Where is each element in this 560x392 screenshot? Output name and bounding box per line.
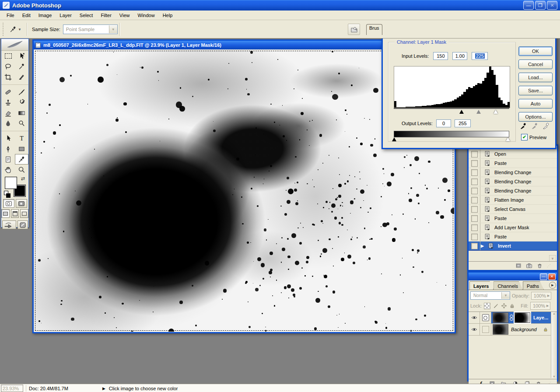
restore-button[interactable]: ❐	[535, 1, 546, 10]
input-shadow-field[interactable]: 150	[433, 52, 448, 60]
white-point-eyedropper-icon[interactable]	[542, 122, 550, 130]
palette-close-button[interactable]: ✕	[548, 273, 556, 280]
output-highlight-slider[interactable]	[506, 137, 510, 141]
cancel-button[interactable]: Cancel	[518, 60, 553, 69]
output-shadow-field[interactable]: 0	[436, 119, 451, 127]
swap-colors-icon[interactable]: ⇄	[21, 176, 25, 182]
eyedropper-tool[interactable]	[15, 154, 28, 164]
black-point-eyedropper-icon[interactable]	[519, 122, 528, 130]
rectangular-marquee-tool[interactable]	[1, 51, 15, 61]
menu-window[interactable]: Window	[134, 11, 159, 19]
standard-screen-button[interactable]	[1, 209, 10, 218]
zoom-tool[interactable]	[15, 164, 28, 175]
minimize-button[interactable]: —	[523, 1, 534, 10]
foreground-color-swatch[interactable]	[5, 177, 17, 189]
layers-scrollbar[interactable]: ▲▼	[551, 312, 557, 378]
fill-field[interactable]: 100% ▶	[530, 302, 550, 310]
history-state-paste[interactable]: Paste	[469, 232, 557, 242]
auto-button[interactable]: Auto	[518, 99, 553, 108]
delete-state-trash-icon[interactable]	[536, 262, 543, 269]
history-brush-source-well[interactable]	[469, 232, 480, 241]
history-state-flatten-image[interactable]: Flatten Image	[469, 196, 557, 205]
fullscreen-button[interactable]	[20, 209, 28, 218]
history-state-invert[interactable]: ▶ Invert	[469, 242, 557, 251]
notes-tool[interactable]	[1, 154, 15, 164]
menu-edit[interactable]: Edit	[18, 11, 35, 19]
blend-mode-select[interactable]: Normal ▼	[470, 291, 510, 300]
layer-thumbnail[interactable]	[493, 312, 508, 323]
menu-filter[interactable]: Filter	[97, 11, 115, 19]
highlight-input-slider[interactable]	[494, 110, 498, 114]
zoom-level-field[interactable]: 23.93%	[1, 385, 23, 392]
lock-image-icon[interactable]	[493, 303, 499, 309]
sample-size-select[interactable]: Point Sample ▼	[63, 24, 118, 34]
history-state-add-layer-mask[interactable]: Add Layer Mask	[469, 223, 557, 232]
tab-channels[interactable]: Channels	[494, 281, 522, 290]
eraser-tool[interactable]	[1, 108, 15, 118]
lock-position-icon[interactable]	[501, 303, 507, 309]
history-brush-tool[interactable]	[15, 97, 28, 108]
close-button[interactable]: ✕	[547, 1, 557, 10]
blur-tool[interactable]	[1, 118, 15, 129]
load-button[interactable]: Load...	[518, 73, 553, 82]
menu-file[interactable]: File	[3, 11, 18, 19]
palette-minimize-button[interactable]: —	[540, 273, 547, 280]
menu-view[interactable]: View	[116, 11, 134, 19]
layers-palette-titlebar[interactable]: — ✕	[469, 273, 557, 280]
brush-tool[interactable]	[15, 87, 28, 97]
layer-mask-thumbnail[interactable]	[514, 312, 530, 323]
history-brush-source-well[interactable]	[469, 242, 480, 250]
new-document-from-state-icon[interactable]	[515, 262, 522, 269]
history-brush-source-well[interactable]	[469, 168, 480, 177]
pen-tool[interactable]	[1, 144, 15, 154]
lasso-tool[interactable]	[1, 61, 15, 72]
options-button[interactable]: Options...	[518, 112, 553, 122]
status-arrow-icon[interactable]: ▶	[102, 386, 105, 391]
history-state-open[interactable]: Open	[469, 150, 557, 159]
link-column[interactable]	[480, 324, 491, 335]
path-selection-tool[interactable]	[1, 133, 15, 144]
menu-select[interactable]: Select	[76, 11, 97, 19]
new-snapshot-camera-icon[interactable]	[526, 262, 532, 269]
layer-thumbnail[interactable]	[493, 324, 508, 335]
ok-button[interactable]: OK	[518, 46, 553, 56]
dodge-tool[interactable]	[15, 118, 28, 129]
history-brush-source-well[interactable]	[469, 196, 480, 204]
history-state-blending-change[interactable]: Blending Change	[469, 168, 557, 177]
lock-transparency-icon[interactable]	[484, 303, 490, 309]
history-brush-source-well[interactable]	[469, 177, 480, 186]
imageready-button[interactable]	[18, 220, 28, 229]
input-highlight-field[interactable]: 225	[472, 52, 488, 60]
preview-checkbox[interactable]: ✔	[521, 134, 528, 140]
layer-row-layer1[interactable]: Laye...	[469, 312, 551, 324]
slice-tool[interactable]	[15, 72, 28, 82]
history-brush-source-well[interactable]	[469, 223, 480, 232]
gamma-input-slider[interactable]	[476, 110, 481, 114]
save-button[interactable]: Save...	[518, 86, 553, 95]
history-state-select-canvas[interactable]: Select Canvas	[469, 205, 557, 214]
gradient-tool[interactable]	[15, 108, 28, 118]
history-brush-source-well[interactable]	[469, 214, 480, 223]
brushes-palette-tab[interactable]: Brus	[366, 24, 382, 35]
lock-all-icon[interactable]	[509, 303, 515, 309]
history-brush-source-well[interactable]	[469, 150, 480, 158]
output-highlight-field[interactable]: 255	[455, 119, 471, 127]
fullscreen-menubar-button[interactable]	[11, 209, 19, 218]
resize-grip[interactable]: ⋰	[547, 264, 551, 268]
palette-menu-button[interactable]: ▶	[549, 282, 556, 289]
standard-mode-button[interactable]	[3, 199, 14, 208]
default-colors-icon[interactable]	[4, 191, 10, 198]
history-brush-source-well[interactable]	[469, 186, 480, 195]
preview-control[interactable]: ✔ Preview	[521, 134, 546, 140]
shadow-input-slider[interactable]	[459, 110, 464, 114]
mask-edit-indicator[interactable]	[480, 312, 491, 323]
file-browser-button[interactable]	[348, 24, 360, 35]
history-state-blending-change[interactable]: Blending Change	[469, 177, 557, 186]
tab-paths[interactable]: Paths	[523, 281, 544, 290]
layer-visibility-toggle[interactable]	[469, 324, 480, 335]
clone-stamp-tool[interactable]	[1, 97, 15, 108]
move-tool[interactable]	[15, 51, 28, 61]
crop-tool[interactable]	[1, 72, 15, 82]
shape-tool[interactable]	[15, 144, 28, 154]
gray-point-eyedropper-icon[interactable]	[531, 122, 539, 130]
